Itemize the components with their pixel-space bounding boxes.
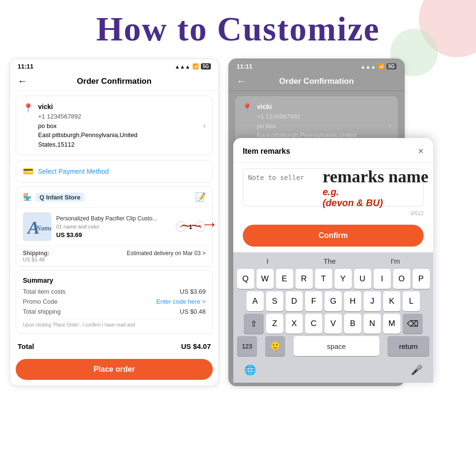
kb-key-t[interactable]: T xyxy=(315,269,332,289)
right-status-icons: ▲▲▲ 📶 5G xyxy=(360,63,397,69)
shipping-delivery: Estimated delivery on Mar 03 > xyxy=(127,250,206,262)
annotation-arrow-container: ←~~ xyxy=(181,216,218,236)
left-payment-label: Select Payment Method xyxy=(38,168,109,175)
kb-suggestion-3[interactable]: I'm xyxy=(391,257,400,265)
kb-key-c[interactable]: C xyxy=(305,314,322,334)
right-nav-title: Order Confirmation xyxy=(279,77,354,86)
battery-icon: 5G xyxy=(201,63,211,69)
red-arrow-icon: ←~~ xyxy=(181,216,218,236)
kb-key-a[interactable]: A xyxy=(247,291,264,311)
kb-suggestion-1[interactable]: I xyxy=(267,257,268,265)
kb-key-f[interactable]: F xyxy=(305,291,322,311)
right-location-icon: 📍 xyxy=(242,103,252,113)
kb-suggestion-2[interactable]: The xyxy=(323,257,336,265)
kb-key-n[interactable]: N xyxy=(364,314,381,334)
left-store-header: 🏪 Q Infant Store 📝 xyxy=(16,187,212,208)
left-address-line1: po box xyxy=(38,121,198,131)
kb-key-r[interactable]: R xyxy=(296,269,313,289)
kb-key-z[interactable]: Z xyxy=(266,314,283,334)
left-back-button[interactable]: ← xyxy=(18,76,27,87)
kb-space-button[interactable]: space xyxy=(294,336,379,356)
summary-promo-label: Promo Code xyxy=(23,298,58,305)
shipping-cost: US $1.48 xyxy=(23,257,49,262)
kb-key-s[interactable]: S xyxy=(266,291,283,311)
right-address-line1: po box xyxy=(257,121,384,131)
left-address-text: vicki +1 1234567892 po box East pittsbur… xyxy=(38,102,198,149)
kb-bottom-row: 123 🙂 space return xyxy=(235,336,431,358)
summary-shipping-label: Total shipping xyxy=(23,308,61,315)
kb-key-w[interactable]: W xyxy=(257,269,274,289)
kb-key-d[interactable]: D xyxy=(286,291,303,311)
kb-key-delete[interactable]: ⌫ xyxy=(403,314,423,334)
left-store-name: Q Infant Store xyxy=(36,193,84,202)
kb-key-m[interactable]: M xyxy=(383,314,400,334)
summary-shipping-val: US $0.48 xyxy=(180,308,206,315)
summary-item-val: US $3.69 xyxy=(180,288,206,295)
place-order-button[interactable]: Place order xyxy=(16,359,213,380)
kb-row-1: Q W E R T Y U I O P xyxy=(235,269,431,289)
left-store-name-row: 🏪 Q Infant Store xyxy=(23,193,84,202)
left-address-name: vicki xyxy=(38,102,198,112)
payment-icon: 💳 xyxy=(23,166,33,177)
remarks-body: 0/512 remarks name e.g. (devon & BU) xyxy=(233,163,433,222)
svg-text:Name: Name xyxy=(36,225,51,232)
kb-globe-icon[interactable]: 🌐 xyxy=(240,360,260,380)
remarks-header: Item remarks × xyxy=(233,138,433,163)
left-payment-row[interactable]: 💳 Select Payment Method xyxy=(16,160,213,183)
note-button[interactable]: 📝 xyxy=(195,192,206,202)
left-address-phone: +1 1234567892 xyxy=(38,112,198,121)
kb-key-i[interactable]: I xyxy=(374,269,391,289)
left-shipping-row: Shipping: US $1.48 Estimated delivery on… xyxy=(16,246,212,266)
kb-key-g[interactable]: G xyxy=(325,291,342,311)
right-wifi-icon: 📶 xyxy=(378,63,385,69)
right-status-bar: 11:11 ▲▲▲ 📶 5G xyxy=(229,59,404,72)
kb-key-e[interactable]: E xyxy=(276,269,293,289)
kb-key-h[interactable]: H xyxy=(344,291,361,311)
left-shipping-label: Shipping: US $1.48 xyxy=(23,250,49,262)
keyboard: I The I'm Q W E R T Y U I O P A S D F G … xyxy=(233,252,433,383)
remarks-confirm-button[interactable]: Confirm xyxy=(243,225,424,247)
signal-icon: ▲▲▲ xyxy=(175,64,190,69)
total-value: US $4.07 xyxy=(181,342,211,350)
summary-title: Summary xyxy=(23,277,206,284)
left-address-line3: States,15112 xyxy=(38,140,198,149)
right-address-name: vicki xyxy=(257,102,384,112)
left-address-line2: East pittsburgh,Pennsylvania,United xyxy=(38,130,198,140)
kb-key-v[interactable]: V xyxy=(325,314,342,334)
remarks-close-button[interactable]: × xyxy=(418,146,424,157)
left-status-bar: 11:11 ▲▲▲ 📶 5G xyxy=(10,59,218,72)
right-address-chevron: › xyxy=(389,121,391,130)
shipping-label-text: Shipping: xyxy=(23,250,49,257)
summary-promo-row[interactable]: Promo Code Enter code here > xyxy=(23,298,206,305)
kb-mic-icon[interactable]: 🎤 xyxy=(407,360,426,380)
remarks-annotation: remarks name e.g. (devon & BU) xyxy=(323,168,428,208)
kb-num-button[interactable]: 123 xyxy=(237,336,257,356)
kb-key-j[interactable]: J xyxy=(364,291,381,311)
terms-text: Upon clicking 'Place Order', I confirm I… xyxy=(23,319,206,327)
kb-return-button[interactable]: return xyxy=(387,336,429,356)
summary-promo-val: Enter code here > xyxy=(156,298,206,305)
kb-key-o[interactable]: O xyxy=(393,269,410,289)
kb-key-k[interactable]: K xyxy=(383,291,400,311)
summary-item-label: Total item costs xyxy=(23,288,66,295)
right-back-button[interactable]: ← xyxy=(237,76,246,87)
kb-key-l[interactable]: L xyxy=(403,291,420,311)
kb-key-y[interactable]: Y xyxy=(335,269,352,289)
kb-key-p[interactable]: P xyxy=(413,269,430,289)
left-status-icons: ▲▲▲ 📶 5G xyxy=(175,63,211,69)
store-icon: 🏪 xyxy=(23,193,32,201)
kb-key-x[interactable]: X xyxy=(286,314,303,334)
left-total-row: Total US $4.07 xyxy=(10,337,218,355)
summary-shipping-row: Total shipping US $0.48 xyxy=(23,308,206,315)
remarks-title: Item remarks xyxy=(243,147,290,156)
kb-key-u[interactable]: U xyxy=(354,269,371,289)
remarks-char-count: 0/512 xyxy=(243,210,424,216)
kb-key-shift[interactable]: ⇧ xyxy=(244,314,264,334)
kb-emoji-button[interactable]: 🙂 xyxy=(265,336,285,356)
left-product-name: Personalized Baby Pacifier Clip Custo... xyxy=(56,215,171,223)
left-address-card[interactable]: 📍 vicki +1 1234567892 po box East pittsb… xyxy=(16,96,213,155)
total-label: Total xyxy=(18,342,34,350)
kb-key-b[interactable]: B xyxy=(344,314,361,334)
kb-key-q[interactable]: Q xyxy=(237,269,254,289)
left-status-time: 11:11 xyxy=(18,63,33,70)
